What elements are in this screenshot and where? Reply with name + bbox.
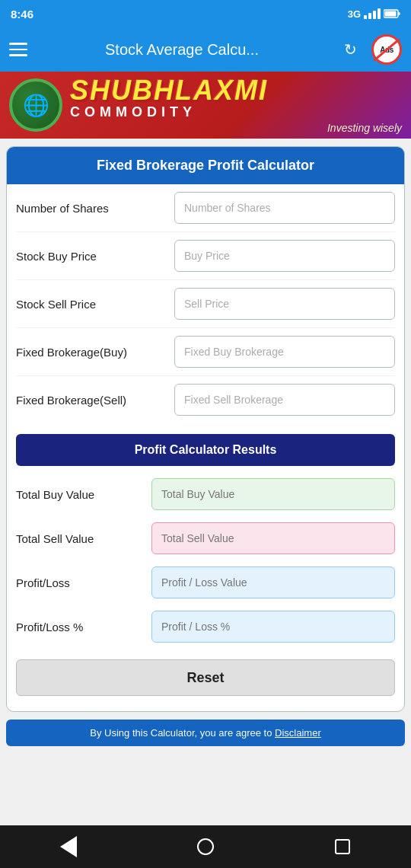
back-button[interactable] bbox=[53, 831, 84, 862]
footer-text: By Using this Calculator, you are agree … bbox=[90, 727, 275, 739]
total-sell-value bbox=[151, 522, 395, 554]
brokerage-sell-label: Fixed Brokerage(Sell) bbox=[16, 394, 168, 407]
disclaimer-link[interactable]: Disclaimer bbox=[275, 727, 321, 739]
no-ads-line bbox=[373, 38, 400, 62]
brokerage-buy-row: Fixed Brokerage(Buy) bbox=[16, 328, 395, 376]
menu-icon[interactable] bbox=[9, 43, 27, 56]
shares-label: Number of Shares bbox=[16, 202, 168, 215]
recents-icon bbox=[335, 839, 350, 854]
svg-rect-1 bbox=[399, 12, 400, 15]
calculator-card: Fixed Brokerage Profit Calculator Number… bbox=[6, 146, 405, 712]
footer-bar: By Using this Calculator, you are agree … bbox=[6, 720, 405, 746]
profit-loss-row: Profit/Loss bbox=[7, 560, 404, 605]
battery-icon bbox=[384, 9, 400, 18]
brand-subtitle: COMMODITY bbox=[70, 104, 402, 120]
results-header: Profit Calculator Results bbox=[16, 434, 395, 466]
signal-icon bbox=[364, 8, 381, 19]
sell-price-row: Stock Sell Price bbox=[16, 280, 395, 328]
ads-block-icon[interactable]: Ads bbox=[371, 34, 402, 65]
back-icon bbox=[60, 836, 77, 857]
toolbar: Stock Average Calcu... ↻ Ads bbox=[0, 27, 411, 72]
brand-name: SHUBHLAXMI bbox=[70, 77, 402, 104]
results-title: Profit Calculator Results bbox=[135, 443, 277, 456]
brokerage-sell-row: Fixed Brokerage(Sell) bbox=[16, 376, 395, 423]
calculator-title: Fixed Brokerage Profit Calculator bbox=[97, 158, 314, 173]
bottom-navigation bbox=[0, 825, 411, 868]
sell-price-label: Stock Sell Price bbox=[16, 298, 168, 311]
total-buy-label: Total Buy Value bbox=[16, 488, 145, 501]
total-buy-value bbox=[151, 478, 395, 510]
calculator-header: Fixed Brokerage Profit Calculator bbox=[7, 147, 404, 184]
svg-rect-2 bbox=[385, 11, 397, 17]
total-sell-label: Total Sell Value bbox=[16, 532, 145, 545]
shares-row: Number of Shares bbox=[16, 184, 395, 232]
app-title: Stock Average Calcu... bbox=[27, 41, 336, 59]
brokerage-buy-input[interactable] bbox=[174, 336, 395, 368]
buy-price-label: Stock Buy Price bbox=[16, 250, 168, 263]
status-bar: 8:46 3G bbox=[0, 0, 411, 27]
brand-banner: 🌐 SHUBHLAXMI COMMODITY Investing wisely bbox=[0, 72, 411, 139]
refresh-button[interactable]: ↻ bbox=[336, 36, 364, 63]
home-icon bbox=[197, 838, 214, 855]
buy-price-input[interactable] bbox=[174, 240, 395, 272]
reset-section: Reset bbox=[7, 649, 404, 699]
reset-button[interactable]: Reset bbox=[16, 659, 395, 696]
brokerage-sell-input[interactable] bbox=[174, 384, 395, 416]
total-sell-row: Total Sell Value bbox=[7, 516, 404, 560]
banner-text: SHUBHLAXMI COMMODITY Investing wisely bbox=[70, 77, 402, 134]
brokerage-buy-label: Fixed Brokerage(Buy) bbox=[16, 346, 168, 359]
profit-loss-pct-value bbox=[151, 611, 395, 643]
recents-button[interactable] bbox=[327, 831, 358, 862]
profit-loss-value bbox=[151, 566, 395, 598]
home-button[interactable] bbox=[190, 831, 221, 862]
profit-loss-pct-label: Profit/Loss % bbox=[16, 621, 145, 633]
buy-price-row: Stock Buy Price bbox=[16, 232, 395, 280]
status-time: 8:46 bbox=[11, 8, 33, 21]
time-display: 8:46 bbox=[11, 8, 33, 21]
total-buy-row: Total Buy Value bbox=[7, 472, 404, 516]
status-icons: 3G bbox=[348, 8, 400, 20]
shares-input[interactable] bbox=[174, 192, 395, 224]
profit-loss-pct-row: Profit/Loss % bbox=[7, 605, 404, 649]
input-form: Number of Shares Stock Buy Price Stock S… bbox=[7, 184, 404, 423]
profit-loss-label: Profit/Loss bbox=[16, 576, 145, 589]
brand-tagline: Investing wisely bbox=[70, 122, 402, 134]
network-indicator: 3G bbox=[348, 8, 361, 20]
globe-icon: 🌐 bbox=[9, 78, 62, 132]
sell-price-input[interactable] bbox=[174, 288, 395, 320]
